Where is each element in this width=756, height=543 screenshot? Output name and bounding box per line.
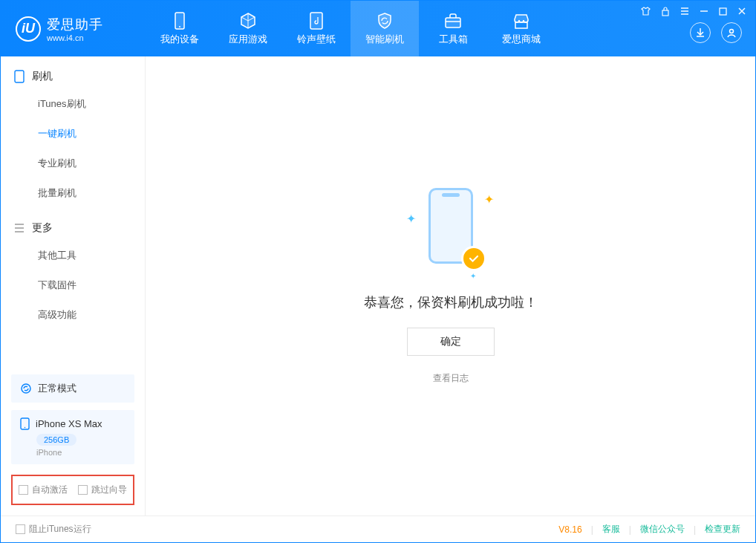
app-logo-icon: iU	[16, 16, 41, 42]
user-icon	[726, 27, 737, 38]
svg-point-11	[25, 427, 26, 429]
app-subtitle: www.i4.cn	[47, 33, 103, 42]
tab-my-device[interactable]: 我的设备	[146, 1, 214, 56]
logo-block: iU 爱思助手 www.i4.cn	[1, 16, 146, 42]
tab-toolbox[interactable]: 工具箱	[419, 1, 487, 56]
checkbox-icon	[19, 485, 28, 495]
header: iU 爱思助手 www.i4.cn 我的设备 应用游戏 铃声壁纸 智能刷机 工具…	[1, 1, 755, 56]
app-title: 爱思助手	[47, 16, 103, 33]
success-message: 恭喜您，保资料刷机成功啦！	[364, 293, 538, 311]
tab-label: 爱思商城	[502, 33, 541, 46]
checkbox-auto-activate[interactable]: 自动激活	[19, 484, 68, 496]
svg-rect-7	[720, 8, 726, 15]
sparkle-icon: ✦	[406, 212, 416, 226]
svg-point-5	[730, 30, 734, 33]
minimize-button[interactable]	[700, 7, 708, 19]
group-title: 刷机	[32, 70, 53, 83]
sidebar-item-pro-flash[interactable]: 专业刷机	[1, 149, 145, 178]
music-file-icon	[307, 12, 325, 30]
checkmark-badge-icon	[461, 246, 486, 271]
statusbar: 阻止iTunes运行 V8.16 | 客服 | 微信公众号 | 检查更新	[1, 516, 755, 542]
sidebar-group-flash: 刷机	[1, 56, 145, 89]
checkbox-icon	[78, 485, 88, 495]
device-icon	[20, 417, 30, 430]
view-log-link[interactable]: 查看日志	[433, 372, 469, 385]
list-icon	[14, 223, 25, 233]
main-panel: ✦ ✦ ✦ 恭喜您，保资料刷机成功啦！ 确定 查看日志	[146, 56, 755, 516]
svg-rect-3	[446, 18, 460, 27]
window-controls	[641, 7, 746, 19]
tab-label: 应用游戏	[229, 33, 267, 46]
version-label: V8.16	[558, 524, 581, 535]
device-name: iPhone XS Max	[36, 418, 102, 429]
download-icon	[695, 27, 706, 38]
tab-label: 我的设备	[160, 33, 199, 46]
highlighted-options: 自动激活 跳过向导	[11, 475, 134, 505]
mode-label: 正常模式	[38, 382, 76, 395]
ok-button[interactable]: 确定	[407, 328, 495, 356]
svg-rect-8	[15, 71, 24, 82]
device-capacity: 256GB	[36, 434, 76, 446]
menu-icon[interactable]	[680, 7, 689, 19]
maximize-button[interactable]	[719, 7, 727, 19]
svg-point-1	[179, 26, 180, 27]
sparkle-icon: ✦	[484, 192, 494, 207]
check-update-link[interactable]: 检查更新	[705, 523, 740, 536]
svg-point-9	[22, 384, 30, 393]
tab-label: 智能刷机	[365, 33, 404, 46]
checkbox-block-itunes[interactable]: 阻止iTunes运行	[16, 523, 91, 536]
lock-icon[interactable]	[661, 7, 670, 19]
success-illustration: ✦ ✦ ✦	[406, 188, 495, 277]
device-card[interactable]: iPhone XS Max 256GB iPhone	[11, 410, 134, 464]
device-type: iPhone	[36, 448, 126, 457]
sidebar-item-batch-flash[interactable]: 批量刷机	[1, 178, 145, 208]
sidebar-item-download-firmware[interactable]: 下载固件	[1, 270, 145, 300]
toolbox-icon	[444, 12, 462, 30]
shop-icon	[512, 12, 530, 30]
shirt-icon[interactable]	[641, 7, 651, 19]
group-title: 更多	[32, 221, 53, 235]
tab-label: 工具箱	[439, 33, 468, 46]
tab-label: 铃声壁纸	[297, 33, 336, 46]
checkbox-skip-guide[interactable]: 跳过向导	[78, 484, 127, 496]
sidebar-item-itunes-flash[interactable]: iTunes刷机	[1, 89, 145, 119]
shield-refresh-icon	[376, 12, 394, 30]
support-link[interactable]: 客服	[602, 523, 620, 536]
close-button[interactable]	[737, 7, 746, 19]
tab-smart-flash[interactable]: 智能刷机	[351, 1, 419, 56]
phone-outline-icon	[14, 70, 25, 83]
wechat-link[interactable]: 微信公众号	[640, 523, 685, 536]
tab-store[interactable]: 爱思商城	[487, 1, 555, 56]
checkbox-label: 跳过向导	[91, 484, 127, 496]
sparkle-icon: ✦	[470, 272, 476, 280]
svg-rect-4	[515, 22, 527, 28]
tab-ringtones[interactable]: 铃声壁纸	[282, 1, 351, 56]
sidebar-group-more: 更多	[1, 208, 145, 241]
download-button[interactable]	[690, 22, 711, 43]
sidebar-item-onekey-flash[interactable]: 一键刷机	[1, 119, 145, 149]
refresh-icon	[20, 383, 32, 394]
checkbox-label: 阻止iTunes运行	[29, 523, 91, 536]
svg-rect-6	[662, 10, 668, 16]
sidebar-item-advanced[interactable]: 高级功能	[1, 300, 145, 330]
nav-tabs: 我的设备 应用游戏 铃声壁纸 智能刷机 工具箱 爱思商城	[146, 1, 555, 56]
checkbox-icon	[16, 524, 25, 534]
sidebar-item-other-tools[interactable]: 其他工具	[1, 241, 145, 270]
user-button[interactable]	[721, 22, 742, 43]
header-actions	[690, 22, 742, 43]
device-mode-status[interactable]: 正常模式	[11, 374, 134, 403]
tab-apps-games[interactable]: 应用游戏	[214, 1, 282, 56]
cube-icon	[239, 12, 257, 30]
sidebar: 刷机 iTunes刷机 一键刷机 专业刷机 批量刷机 更多 其他工具 下载固件 …	[1, 56, 146, 516]
checkbox-label: 自动激活	[32, 484, 68, 496]
phone-icon	[171, 12, 189, 30]
